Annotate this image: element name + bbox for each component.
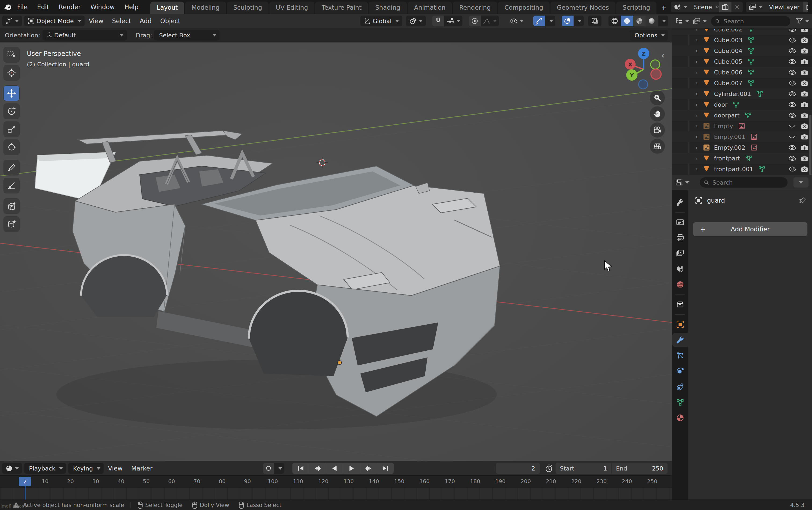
viewport-menu-object[interactable]: Object <box>156 18 185 24</box>
eye-open-icon[interactable] <box>788 47 796 55</box>
eye-open-icon[interactable] <box>788 111 796 119</box>
topbar-menu-file[interactable]: File <box>12 3 32 10</box>
object-name[interactable]: Cylinder.001 <box>714 90 751 97</box>
end-frame-field[interactable]: End250 <box>612 463 667 474</box>
object-name[interactable]: Empty.002 <box>714 144 745 151</box>
xray-toggle[interactable] <box>588 16 601 26</box>
viewlayer-selector[interactable]: ViewLayer ✕ <box>746 2 808 12</box>
transform-orientation-selector[interactable]: Global <box>360 16 402 26</box>
scene-selector[interactable]: Scene ✕ <box>671 2 743 12</box>
start-frame-field[interactable]: Start1 <box>555 463 612 474</box>
expand-chevron[interactable]: › <box>695 80 702 86</box>
transform-tool[interactable] <box>4 140 19 155</box>
scene-name[interactable]: Scene <box>690 4 716 10</box>
object-name[interactable]: frontpart.001 <box>714 166 753 172</box>
viewport-menu-select[interactable]: Select <box>108 18 136 24</box>
tab-tool[interactable] <box>672 195 688 209</box>
outliner-display-mode-button[interactable] <box>693 17 707 25</box>
zoom-button[interactable] <box>650 90 665 105</box>
outliner-item[interactable]: › Empty.002 <box>672 142 812 153</box>
render-visibility-icon[interactable] <box>801 101 809 109</box>
render-visibility-icon[interactable] <box>801 90 809 98</box>
render-visibility-icon[interactable] <box>801 68 809 76</box>
outliner-search-input[interactable] <box>723 18 786 25</box>
expand-chevron[interactable]: › <box>695 134 702 140</box>
render-visibility-icon[interactable] <box>801 47 809 55</box>
outliner-editor-type-button[interactable] <box>675 17 689 25</box>
expand-chevron[interactable]: › <box>695 90 702 97</box>
shading-material-button[interactable] <box>633 16 645 26</box>
timeline-ruler[interactable]: 1020304050607080901001101201301401501601… <box>0 475 672 487</box>
mode-selector[interactable]: Object Mode <box>24 16 85 26</box>
outliner-item[interactable]: › Cube.004 <box>672 46 812 56</box>
eye-closed-icon[interactable] <box>788 133 796 141</box>
render-visibility-icon[interactable] <box>801 154 809 162</box>
add-workspace-button[interactable]: + <box>657 2 670 14</box>
render-visibility-icon[interactable] <box>801 122 809 130</box>
jump-to-end-button[interactable] <box>377 463 394 474</box>
outliner-item[interactable]: › Cube.007 <box>672 78 812 88</box>
rotate-tool[interactable] <box>4 104 19 119</box>
autokey-dropdown[interactable] <box>274 463 284 474</box>
object-name[interactable]: doorpart <box>714 112 740 119</box>
workspace-tab-sculpting[interactable]: Sculpting <box>227 2 269 14</box>
keying-menu[interactable]: Keying <box>68 463 103 474</box>
render-visibility-icon[interactable] <box>801 79 809 87</box>
outliner-item[interactable]: › frontpart.001 <box>672 164 812 174</box>
tab-physics[interactable] <box>672 364 688 378</box>
measure-tool[interactable] <box>4 178 19 193</box>
timeline-marker-menu[interactable]: Marker <box>127 465 157 472</box>
object-name[interactable]: Cube.005 <box>714 58 743 65</box>
topbar-menu-render[interactable]: Render <box>54 3 86 10</box>
tab-view-layer[interactable] <box>672 247 688 260</box>
tab-particles[interactable] <box>672 348 688 363</box>
tab-material[interactable] <box>672 411 688 425</box>
select-box-tool[interactable] <box>4 47 19 62</box>
object-name[interactable]: Empty.001 <box>714 134 745 140</box>
snap-toggle[interactable] <box>432 16 444 26</box>
outliner-item[interactable]: › Cube.006 <box>672 67 812 78</box>
editor-type-button[interactable] <box>2 16 22 26</box>
properties-search[interactable] <box>700 177 788 188</box>
workspace-tab-rendering[interactable]: Rendering <box>453 2 497 14</box>
topbar-menu-edit[interactable]: Edit <box>32 3 54 10</box>
workspace-tab-texture-paint[interactable]: Texture Paint <box>315 2 368 14</box>
object-name[interactable]: Cube.004 <box>714 48 743 54</box>
timeline-track[interactable] <box>0 487 672 500</box>
scale-tool[interactable] <box>4 122 19 137</box>
outliner-item[interactable]: › Cube.003 <box>672 35 812 46</box>
eye-closed-icon[interactable] <box>788 122 796 130</box>
gizmos-dropdown[interactable] <box>545 16 555 26</box>
add-cube-tool[interactable] <box>4 199 19 214</box>
shading-wireframe-button[interactable] <box>608 16 621 26</box>
prev-keyframe-button[interactable] <box>309 463 326 474</box>
eye-open-icon[interactable] <box>788 57 796 65</box>
render-visibility-icon[interactable] <box>801 29 809 33</box>
timeline-editor-type-button[interactable] <box>2 463 22 474</box>
eye-open-icon[interactable] <box>788 143 796 151</box>
expand-chevron[interactable]: › <box>695 155 702 162</box>
drag-setting-dropdown[interactable]: Select Box <box>154 30 220 40</box>
overlays-toggle[interactable] <box>562 16 574 26</box>
pivot-point-selector[interactable] <box>406 16 426 26</box>
viewport-canvas[interactable]: User Perspective (2) Collection | guard … <box>0 42 672 461</box>
eye-open-icon[interactable] <box>788 154 796 162</box>
shading-dropdown[interactable] <box>658 16 668 26</box>
tab-modifiers[interactable] <box>672 333 688 347</box>
expand-chevron[interactable]: › <box>695 123 702 129</box>
properties-editor-type-button[interactable] <box>675 178 689 187</box>
shading-solid-button[interactable] <box>621 16 633 26</box>
object-name[interactable]: Cube.002 <box>714 29 743 33</box>
properties-options-button[interactable] <box>793 177 809 188</box>
unlink-scene-button[interactable]: ✕ <box>731 4 743 10</box>
expand-chevron[interactable]: › <box>695 144 702 151</box>
eye-open-icon[interactable] <box>788 29 796 33</box>
new-scene-button[interactable] <box>719 2 731 12</box>
eye-open-icon[interactable] <box>788 90 796 98</box>
play-reverse-button[interactable] <box>326 463 343 474</box>
topbar-menu-help[interactable]: Help <box>119 3 143 10</box>
playhead-badge[interactable]: 2 <box>19 477 31 486</box>
tab-output[interactable] <box>672 231 688 245</box>
playhead-line[interactable] <box>25 486 26 500</box>
falloff-button[interactable] <box>481 16 499 26</box>
